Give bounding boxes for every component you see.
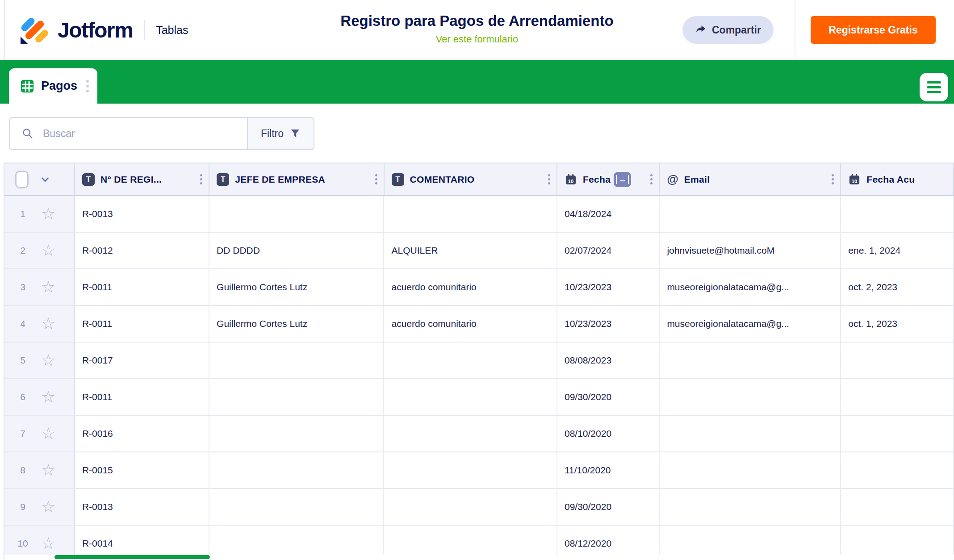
sheet-menu-button[interactable]	[920, 73, 948, 101]
star-icon[interactable]	[41, 242, 55, 259]
cell-jefe[interactable]	[209, 489, 384, 525]
cell-comentario[interactable]: ALQUILER	[384, 233, 557, 268]
cell-fecha_acu[interactable]	[841, 452, 954, 488]
select-all-checkbox[interactable]	[15, 171, 29, 188]
table-row[interactable]: 4R-0011Guillermo Cortes Lutzacuerdo comu…	[4, 306, 954, 343]
column-resize-handle[interactable]: ↔	[614, 172, 631, 187]
filter-button[interactable]: Filtro	[247, 117, 314, 150]
cell-jefe[interactable]: DD DDDD	[209, 233, 384, 268]
search-input[interactable]	[43, 128, 213, 140]
row-select-cell[interactable]: 6	[4, 379, 75, 415]
star-icon[interactable]	[41, 279, 55, 295]
cell-jefe[interactable]: Guillermo Cortes Lutz	[209, 269, 384, 305]
cell-registro[interactable]: R-0011	[75, 269, 209, 305]
row-select-cell[interactable]: 1	[4, 196, 75, 232]
cell-fecha[interactable]: 08/10/2020	[557, 416, 660, 451]
column-header-fecha-acu[interactable]: 10 Fecha Acu	[841, 163, 954, 195]
cell-registro[interactable]: R-0011	[75, 306, 209, 342]
cell-registro[interactable]: R-0015	[75, 452, 209, 488]
cell-comentario[interactable]: acuerdo comunitario	[384, 306, 557, 342]
cell-comentario[interactable]	[384, 343, 557, 378]
column-header-fecha[interactable]: 10 Fecha ↔	[557, 163, 660, 195]
cell-fecha[interactable]: 04/18/2024	[557, 196, 660, 232]
cell-fecha_acu[interactable]	[841, 489, 954, 525]
cell-fecha[interactable]: 11/10/2020	[557, 452, 660, 488]
table-row[interactable]: 7R-001608/10/2020	[4, 416, 954, 452]
row-select-cell[interactable]: 2	[4, 233, 75, 268]
cell-fecha[interactable]: 08/08/2023	[557, 343, 660, 378]
cell-email[interactable]: museoreigionalatacama@g...	[660, 269, 841, 305]
cell-comentario[interactable]	[384, 452, 557, 488]
cell-fecha[interactable]: 02/07/2024	[557, 233, 660, 268]
cell-registro[interactable]: R-0011	[75, 379, 209, 415]
column-menu-icon[interactable]	[375, 174, 379, 184]
tab-pagos[interactable]: Pagos	[9, 68, 97, 104]
cell-registro[interactable]: R-0013	[75, 196, 209, 232]
star-icon[interactable]	[41, 316, 55, 332]
table-row[interactable]: 1R-001304/18/2024	[4, 196, 954, 233]
share-button[interactable]: Compartir	[682, 16, 774, 44]
cell-comentario[interactable]	[384, 416, 557, 451]
cell-jefe[interactable]: Guillermo Cortes Lutz	[209, 306, 384, 342]
cell-fecha_acu[interactable]	[841, 196, 954, 232]
star-icon[interactable]	[41, 389, 55, 405]
cell-comentario[interactable]	[384, 489, 557, 525]
cell-jefe[interactable]	[209, 196, 384, 232]
cell-jefe[interactable]	[209, 416, 384, 451]
horizontal-scrollbar-thumb[interactable]	[54, 555, 210, 559]
signup-button[interactable]: Registrarse Gratis	[811, 16, 936, 44]
table-row[interactable]: 9R-001309/30/2020	[4, 489, 954, 526]
view-form-link[interactable]: Ver este formulario	[436, 33, 519, 45]
cell-registro[interactable]: R-0013	[75, 489, 209, 525]
cell-jefe[interactable]	[209, 379, 384, 415]
table-row[interactable]: 3R-0011Guillermo Cortes Lutzacuerdo comu…	[4, 269, 954, 306]
cell-email[interactable]: museoreigionalatacama@g...	[660, 306, 841, 342]
column-menu-icon[interactable]	[548, 174, 552, 184]
cell-comentario[interactable]: acuerdo comunitario	[384, 269, 557, 305]
search-box[interactable]	[9, 117, 247, 150]
cell-fecha_acu[interactable]	[841, 343, 954, 378]
brand-area[interactable]: Jotform Tablas	[20, 0, 188, 60]
tab-menu-icon[interactable]	[86, 80, 89, 92]
cell-fecha[interactable]: 10/23/2023	[557, 306, 660, 342]
cell-fecha_acu[interactable]	[841, 379, 954, 415]
star-icon[interactable]	[41, 426, 55, 442]
cell-email[interactable]: johnvisuete@hotmail.coM	[660, 233, 841, 268]
cell-email[interactable]	[660, 452, 841, 488]
cell-email[interactable]	[660, 379, 841, 415]
cell-email[interactable]	[660, 416, 841, 451]
cell-fecha_acu[interactable]	[841, 416, 954, 451]
row-select-cell[interactable]: 3	[4, 269, 75, 305]
star-icon[interactable]	[41, 535, 55, 552]
cell-registro[interactable]: R-0017	[75, 343, 209, 378]
column-header-email[interactable]: @ Email	[660, 163, 841, 195]
cell-fecha[interactable]: 09/30/2020	[557, 379, 660, 415]
star-icon[interactable]	[41, 352, 55, 368]
cell-fecha_acu[interactable]: oct. 1, 2023	[841, 306, 954, 342]
column-menu-icon[interactable]	[832, 174, 836, 184]
column-header-jefe[interactable]: T JEFE DE EMPRESA	[209, 163, 384, 195]
cell-email[interactable]	[660, 343, 841, 378]
star-icon[interactable]	[41, 206, 55, 222]
cell-fecha_acu[interactable]: oct. 2, 2023	[841, 269, 954, 305]
star-icon[interactable]	[41, 462, 55, 478]
row-select-cell[interactable]: 5	[4, 343, 75, 378]
row-select-cell[interactable]: 9	[4, 489, 75, 525]
cell-email[interactable]	[660, 196, 841, 232]
table-row[interactable]: 6R-001109/30/2020	[4, 379, 954, 416]
row-select-cell[interactable]: 7	[4, 416, 75, 451]
row-select-cell[interactable]: 8	[4, 452, 75, 488]
chevron-down-icon[interactable]	[39, 174, 51, 185]
column-header-registro[interactable]: T N° DE REGI...	[75, 163, 209, 195]
cell-email[interactable]	[660, 489, 841, 525]
cell-jefe[interactable]	[209, 452, 384, 488]
column-header-comentario[interactable]: T COMENTARIO	[385, 163, 557, 195]
cell-comentario[interactable]	[384, 196, 557, 232]
column-menu-icon[interactable]	[650, 174, 654, 184]
cell-fecha[interactable]: 10/23/2023	[557, 269, 660, 305]
cell-registro[interactable]: R-0016	[75, 416, 209, 451]
cell-comentario[interactable]	[384, 379, 557, 415]
cell-jefe[interactable]	[209, 343, 384, 378]
table-row[interactable]: 8R-001511/10/2020	[4, 452, 954, 489]
cell-fecha_acu[interactable]: ene. 1, 2024	[841, 233, 954, 268]
